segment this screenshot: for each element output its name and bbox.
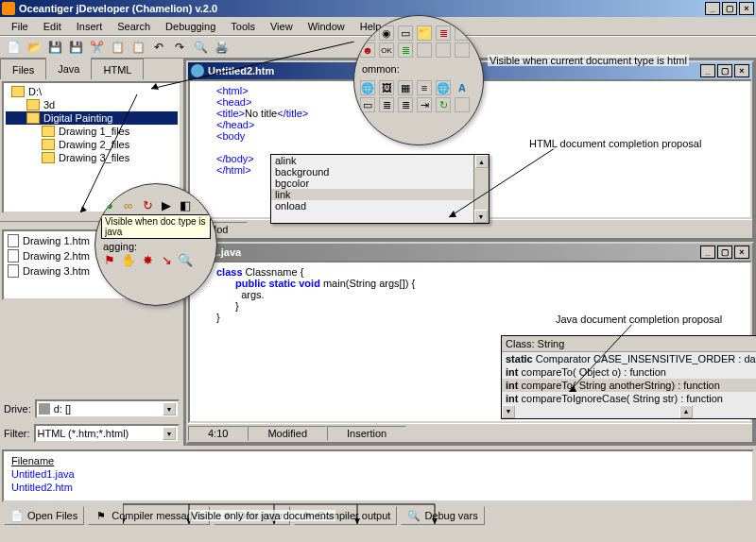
maximize-button[interactable]: ▢ xyxy=(722,2,737,15)
completion-item-selected[interactable]: link xyxy=(271,189,489,200)
chevron-down-icon[interactable]: ▼ xyxy=(163,427,176,440)
tab-java[interactable]: Java xyxy=(45,57,92,79)
open-file-icon[interactable]: 📂 xyxy=(25,38,43,57)
scroll-up-icon[interactable]: ▲ xyxy=(475,155,489,168)
open-file-link[interactable]: Untitled1.java xyxy=(11,468,745,480)
table-icon: ▦ xyxy=(398,80,413,95)
html-completion-popup[interactable]: alink background bgcolor link onload ▲▼ xyxy=(270,154,490,224)
file-icon xyxy=(8,234,19,247)
tab-files[interactable]: Files xyxy=(0,59,46,79)
folder-icon xyxy=(26,99,40,110)
menu-file[interactable]: File xyxy=(4,19,36,34)
save-all-icon[interactable]: 💾 xyxy=(66,38,85,57)
menu-edit[interactable]: Edit xyxy=(36,19,69,34)
completion-item[interactable]: static Comparator CASE_INSENSITIVE_ORDER… xyxy=(502,352,756,365)
flag-icon: ⚑ xyxy=(301,509,314,522)
java-completion-popup[interactable]: Class: String static Comparator CASE_INS… xyxy=(501,335,756,419)
search-icon: 🔍 xyxy=(407,509,421,522)
find-icon[interactable]: 🔍 xyxy=(191,38,210,57)
drive-label: Drive: xyxy=(4,403,31,415)
minimize-button[interactable]: _ xyxy=(705,2,720,15)
filename-label: Filename xyxy=(11,455,54,466)
cut-icon[interactable]: ✂️ xyxy=(87,38,106,57)
ok-icon: OK xyxy=(379,42,394,58)
new-file-icon[interactable]: 📄 xyxy=(4,38,23,57)
copy-icon[interactable]: 📋 xyxy=(108,38,127,57)
tab-compiler-output[interactable]: ⚑Compiler output xyxy=(294,506,398,525)
menu-search[interactable]: Search xyxy=(110,19,158,34)
tab-open-files[interactable]: 📄Open Files xyxy=(4,506,84,525)
play-icon: ▶ xyxy=(160,198,173,212)
align-icon: ≡ xyxy=(417,80,432,95)
doc-minimize-button[interactable]: _ xyxy=(700,246,715,259)
menu-tools[interactable]: Tools xyxy=(223,19,263,34)
completion-item-selected[interactable]: int compareTo( String anotherString) : f… xyxy=(502,379,756,392)
caption: ommon: xyxy=(354,61,483,76)
paste-icon[interactable]: 📋 xyxy=(129,38,147,57)
scroll-down-icon[interactable]: ▼ xyxy=(502,405,515,418)
close-button[interactable]: × xyxy=(739,2,754,15)
tree-item-selected: Digital Painting xyxy=(6,111,178,125)
blank-icon xyxy=(455,42,470,58)
completion-item[interactable]: bgcolor xyxy=(271,178,489,189)
save-icon[interactable]: 💾 xyxy=(45,38,64,57)
flag-icon: ⚑ xyxy=(94,509,108,522)
menu-window[interactable]: Window xyxy=(301,19,352,34)
caption: agging: xyxy=(95,241,216,252)
search-icon: 🔍 xyxy=(179,253,192,266)
doc-icon xyxy=(191,64,204,77)
scrollbar[interactable]: ▲▼ xyxy=(473,155,489,223)
flag-icon: ⚑ xyxy=(103,253,116,266)
print-icon[interactable]: 🖨️ xyxy=(212,38,231,57)
blank-icon xyxy=(417,42,432,58)
menu-insert[interactable]: Insert xyxy=(69,19,111,34)
menu-debugging[interactable]: Debugging xyxy=(158,19,223,34)
doc-close-button[interactable]: × xyxy=(734,246,749,259)
tab-html[interactable]: HTML xyxy=(91,59,144,79)
doc-window-java: itled1.java _ ▢ × class Classname { publ… xyxy=(186,242,754,444)
image-icon: 🖼 xyxy=(379,80,394,95)
tab-debug-vars[interactable]: 🔍Debug vars xyxy=(401,506,484,525)
tree-item: Drawing 1_files xyxy=(6,125,178,138)
scroll-up-icon[interactable]: ▲ xyxy=(679,405,693,418)
folder-icon xyxy=(42,152,55,163)
folder-open-icon xyxy=(11,86,25,97)
drive-icon xyxy=(39,403,50,415)
java-editor[interactable]: class Classname { public static void mai… xyxy=(188,261,752,423)
completion-item[interactable]: onload xyxy=(271,200,489,212)
scrollbar[interactable]: ▲▼ xyxy=(502,405,756,418)
doc-minimize-button[interactable]: _ xyxy=(700,64,715,77)
completion-item[interactable]: alink xyxy=(271,155,489,166)
html-toolbar-lens: ✖◉▭📁≣ ☻OK≣ ommon: 🌐🖼▦≡🌐A ▭≣≣⇥↻ xyxy=(353,15,484,145)
file-icon xyxy=(8,249,19,263)
list-ul-icon: ≣ xyxy=(398,97,413,112)
tab-debugger[interactable]: ✸Debugger xyxy=(214,506,289,525)
tree-item: 3d xyxy=(6,98,178,111)
refresh-icon: ↻ xyxy=(436,97,451,112)
doc-title: itled1.java xyxy=(191,246,700,258)
eraser-icon: ◧ xyxy=(179,198,192,212)
doc-maximize-button[interactable]: ▢ xyxy=(717,64,732,77)
status-modified: Modified xyxy=(248,426,327,441)
chevron-down-icon[interactable]: ▼ xyxy=(163,402,176,415)
app-icon xyxy=(2,2,15,15)
square-icon: ▭ xyxy=(398,25,413,41)
open-file-link[interactable]: Untitled2.htm xyxy=(11,482,745,493)
form-icon: ▭ xyxy=(360,97,375,112)
undo-icon[interactable]: ↶ xyxy=(149,38,168,57)
completion-item[interactable]: int compareToIgnoreCase( String str) : f… xyxy=(502,392,756,405)
redo-icon[interactable]: ↷ xyxy=(170,38,189,57)
status-position: 4:10 xyxy=(188,426,248,441)
filter-combo[interactable]: HTML (*.htm;*.html)▼ xyxy=(34,424,180,443)
doc-close-button[interactable]: × xyxy=(734,64,749,77)
tab-compiler-messages[interactable]: ⚑Compiler messages xyxy=(88,506,210,525)
tree-root: D:\ xyxy=(6,85,178,98)
completion-header: Class: String xyxy=(502,336,756,352)
menu-view[interactable]: View xyxy=(263,19,301,34)
filter-label: Filter: xyxy=(4,428,30,439)
drive-combo[interactable]: d: []▼ xyxy=(35,399,180,418)
doc-maximize-button[interactable]: ▢ xyxy=(717,246,732,259)
completion-item[interactable]: int compareTo( Object o) : function xyxy=(502,365,756,379)
completion-item[interactable]: background xyxy=(271,166,489,178)
scroll-down-icon[interactable]: ▼ xyxy=(474,210,488,223)
